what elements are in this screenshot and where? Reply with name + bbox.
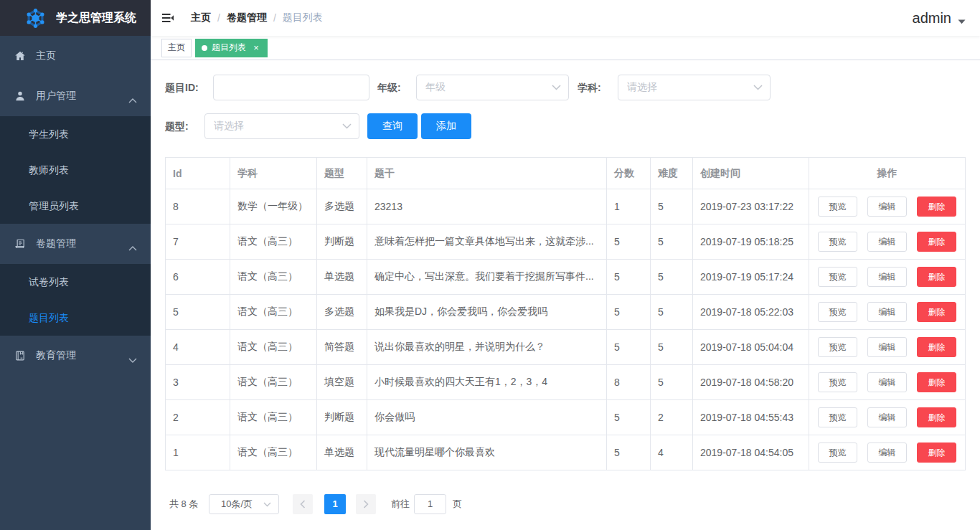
username: admin — [913, 10, 951, 27]
breadcrumb-home[interactable]: 主页 — [191, 11, 211, 24]
edit-button[interactable]: 编辑 — [867, 443, 907, 463]
table-row: 7 语文（高三） 判断题 意味着怎样把一篇文章具体地写出来，这就牵涉... 5 … — [166, 224, 966, 260]
chevron-down-icon — [263, 502, 271, 507]
sidebar-item-student-list[interactable]: 学生列表 — [0, 116, 151, 152]
preview-button[interactable]: 预览 — [818, 337, 857, 357]
subject-select-placeholder: 请选择 — [627, 81, 753, 94]
edit-button[interactable]: 编辑 — [867, 407, 907, 427]
subject-select[interactable]: 请选择 — [618, 75, 771, 100]
prev-page-button[interactable] — [293, 494, 313, 514]
cell-difficulty: 4 — [651, 435, 693, 470]
column-header-id: Id — [166, 158, 230, 189]
cell-created: 2019-07-19 05:18:25 — [693, 224, 809, 260]
question-type-select[interactable]: 请选择 — [204, 113, 359, 139]
pagination: 共 8 条 10条/页 1 前往 页 — [165, 494, 966, 514]
sidebar-item-question-list[interactable]: 题目列表 — [0, 300, 151, 336]
app: 学之思管理系统 主页 用户管理 学生列表 教师列表 管理员列表 — [0, 0, 980, 530]
home-icon — [14, 50, 26, 62]
edit-button[interactable]: 编辑 — [867, 197, 907, 217]
sidebar-item-teacher-list[interactable]: 教师列表 — [0, 152, 151, 188]
sidebar-item-user-management[interactable]: 用户管理 — [0, 76, 151, 116]
cell-score: 5 — [607, 295, 651, 330]
cell-actions: 预览 编辑 删除 — [809, 365, 966, 400]
cell-subject: 数学（一年级） — [230, 189, 317, 224]
add-button[interactable]: 添加 — [421, 113, 471, 139]
cell-stem: 如果我是DJ，你会爱我吗，你会爱我吗 — [367, 295, 607, 330]
education-icon — [14, 350, 26, 361]
cell-actions: 预览 编辑 删除 — [809, 189, 966, 224]
user-icon — [14, 90, 26, 102]
sidebar-menu: 主页 用户管理 学生列表 教师列表 管理员列表 — [0, 36, 151, 376]
page-number-1[interactable]: 1 — [324, 494, 346, 514]
edit-button[interactable]: 编辑 — [867, 267, 907, 287]
exam-icon — [14, 238, 26, 250]
delete-button[interactable]: 删除 — [917, 232, 956, 252]
breadcrumb-separator: / — [273, 12, 276, 24]
delete-button[interactable]: 删除 — [917, 337, 956, 357]
preview-button[interactable]: 预览 — [818, 302, 857, 322]
column-header-subject: 学科 — [230, 158, 317, 189]
cell-type: 多选题 — [317, 295, 367, 330]
app-title: 学之思管理系统 — [56, 11, 136, 26]
edit-button[interactable]: 编辑 — [867, 372, 907, 392]
preview-button[interactable]: 预览 — [818, 232, 857, 252]
cell-score: 1 — [607, 189, 651, 224]
cell-stem: 意味着怎样把一篇文章具体地写出来，这就牵涉... — [367, 224, 607, 260]
chevron-down-icon — [342, 123, 352, 129]
sidebar-item-admin-list[interactable]: 管理员列表 — [0, 188, 151, 224]
question-id-input[interactable] — [213, 75, 369, 100]
cell-score: 5 — [607, 260, 651, 295]
delete-button[interactable]: 删除 — [917, 407, 956, 427]
preview-button[interactable]: 预览 — [818, 443, 857, 463]
goto-label: 前往 — [391, 494, 410, 514]
table-body: 8 数学（一年级） 多选题 23213 1 5 2019-07-23 03:17… — [166, 189, 966, 470]
breadcrumb-current: 题目列表 — [283, 11, 323, 24]
user-dropdown[interactable]: admin — [913, 0, 966, 36]
preview-button[interactable]: 预览 — [818, 197, 857, 217]
sidebar-item-exam-management[interactable]: 卷题管理 — [0, 224, 151, 264]
chevron-up-icon — [128, 242, 137, 253]
cell-score: 5 — [607, 330, 651, 365]
cell-id: 8 — [166, 189, 230, 224]
delete-button[interactable]: 删除 — [917, 443, 956, 463]
preview-button[interactable]: 预览 — [818, 267, 857, 287]
delete-button[interactable]: 删除 — [917, 197, 956, 217]
goto-page-input[interactable] — [414, 494, 446, 514]
cell-actions: 预览 编辑 删除 — [809, 435, 966, 470]
cell-stem: 你会做吗 — [367, 400, 607, 435]
tag-question-list[interactable]: 题目列表 × — [195, 39, 268, 57]
cell-created: 2019-07-19 05:17:24 — [693, 260, 809, 295]
breadcrumb-exam-management[interactable]: 卷题管理 — [227, 11, 267, 24]
sidebar-item-home[interactable]: 主页 — [0, 36, 151, 76]
tag-home[interactable]: 主页 — [161, 39, 192, 57]
table-row: 8 数学（一年级） 多选题 23213 1 5 2019-07-23 03:17… — [166, 189, 966, 224]
cell-difficulty: 5 — [651, 224, 693, 260]
cell-stem: 23213 — [367, 189, 607, 224]
query-button[interactable]: 查询 — [367, 113, 418, 139]
cell-actions: 预览 编辑 删除 — [809, 330, 966, 365]
preview-button[interactable]: 预览 — [818, 407, 857, 427]
cell-stem: 现代流量明星哪个你最喜欢 — [367, 435, 607, 470]
cell-subject: 语文（高三） — [230, 330, 317, 365]
next-page-button[interactable] — [356, 494, 376, 514]
sidebar-item-paper-list[interactable]: 试卷列表 — [0, 264, 151, 300]
delete-button[interactable]: 删除 — [917, 372, 956, 392]
cell-score: 8 — [607, 365, 651, 400]
delete-button[interactable]: 删除 — [917, 267, 956, 287]
sidebar-item-education-management[interactable]: 教育管理 — [0, 336, 151, 376]
grade-select[interactable]: 年级 — [416, 75, 569, 100]
close-icon[interactable]: × — [251, 43, 261, 52]
edit-button[interactable]: 编辑 — [867, 337, 907, 357]
edit-button[interactable]: 编辑 — [867, 232, 907, 252]
delete-button[interactable]: 删除 — [917, 302, 956, 322]
chevron-right-icon — [363, 500, 369, 508]
page-size-select[interactable]: 10条/页 — [209, 494, 279, 514]
table-row: 2 语文（高三） 判断题 你会做吗 5 2 2019-07-18 04:55:4… — [166, 400, 966, 435]
logo[interactable]: 学之思管理系统 — [0, 0, 151, 36]
edit-button[interactable]: 编辑 — [867, 302, 907, 322]
preview-button[interactable]: 预览 — [818, 372, 857, 392]
column-header-score: 分数 — [607, 158, 651, 189]
cell-id: 3 — [166, 365, 230, 400]
hamburger-icon[interactable] — [151, 0, 185, 36]
cell-type: 填空题 — [317, 365, 367, 400]
